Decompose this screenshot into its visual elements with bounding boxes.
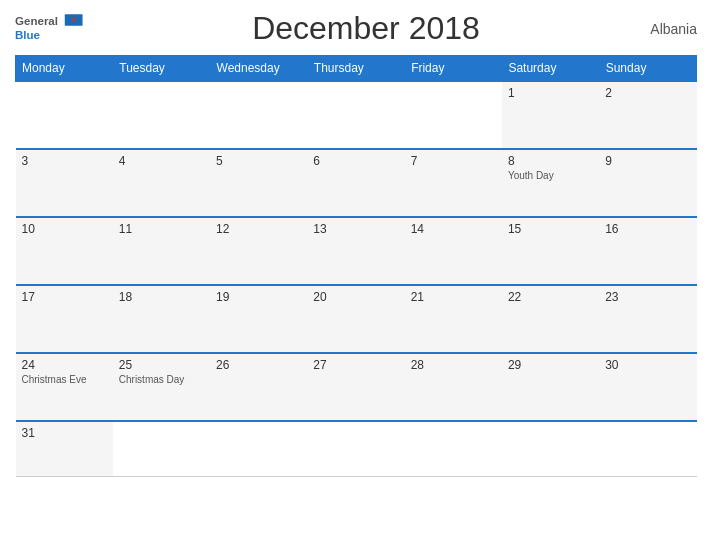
- day-number: 31: [22, 426, 107, 440]
- day-number: 2: [605, 86, 690, 100]
- day-number: 21: [411, 290, 496, 304]
- calendar-day-cell: 12: [210, 217, 307, 285]
- day-number: 3: [22, 154, 107, 168]
- calendar-day-cell: [16, 81, 113, 149]
- day-number: 20: [313, 290, 398, 304]
- header-saturday: Saturday: [502, 56, 599, 82]
- day-number: 10: [22, 222, 107, 236]
- holiday-label: Christmas Eve: [22, 374, 107, 385]
- header-tuesday: Tuesday: [113, 56, 210, 82]
- calendar-day-cell: 8Youth Day: [502, 149, 599, 217]
- day-number: 18: [119, 290, 204, 304]
- calendar-week-row: 10111213141516: [16, 217, 697, 285]
- calendar-day-cell: [210, 421, 307, 476]
- calendar-header: General Blue December 2018 Albania: [15, 10, 697, 47]
- calendar-day-cell: [307, 421, 404, 476]
- header-wednesday: Wednesday: [210, 56, 307, 82]
- calendar-day-cell: [210, 81, 307, 149]
- day-number: 29: [508, 358, 593, 372]
- calendar-week-row: 345678Youth Day9: [16, 149, 697, 217]
- calendar-day-cell: 22: [502, 285, 599, 353]
- calendar-day-cell: [599, 421, 696, 476]
- calendar-day-cell: [405, 81, 502, 149]
- svg-text:Blue: Blue: [15, 29, 41, 41]
- calendar-day-cell: [113, 81, 210, 149]
- day-number: 14: [411, 222, 496, 236]
- calendar-day-cell: 13: [307, 217, 404, 285]
- day-number: 16: [605, 222, 690, 236]
- calendar-day-cell: [113, 421, 210, 476]
- header-friday: Friday: [405, 56, 502, 82]
- day-number: 30: [605, 358, 690, 372]
- header-thursday: Thursday: [307, 56, 404, 82]
- calendar-day-cell: 4: [113, 149, 210, 217]
- day-number: 25: [119, 358, 204, 372]
- calendar-day-cell: 24Christmas Eve: [16, 353, 113, 421]
- day-number: 17: [22, 290, 107, 304]
- svg-text:General: General: [15, 15, 58, 27]
- month-title: December 2018: [95, 10, 637, 47]
- holiday-label: Youth Day: [508, 170, 593, 181]
- holiday-label: Christmas Day: [119, 374, 204, 385]
- weekday-header-row: Monday Tuesday Wednesday Thursday Friday…: [16, 56, 697, 82]
- calendar-day-cell: 26: [210, 353, 307, 421]
- header-sunday: Sunday: [599, 56, 696, 82]
- calendar-container: General Blue December 2018 Albania Monda…: [0, 0, 712, 550]
- day-number: 13: [313, 222, 398, 236]
- calendar-day-cell: 3: [16, 149, 113, 217]
- header-monday: Monday: [16, 56, 113, 82]
- day-number: 5: [216, 154, 301, 168]
- calendar-day-cell: 31: [16, 421, 113, 476]
- day-number: 23: [605, 290, 690, 304]
- calendar-day-cell: 19: [210, 285, 307, 353]
- calendar-day-cell: 17: [16, 285, 113, 353]
- calendar-day-cell: 5: [210, 149, 307, 217]
- calendar-day-cell: 29: [502, 353, 599, 421]
- calendar-day-cell: 14: [405, 217, 502, 285]
- day-number: 28: [411, 358, 496, 372]
- calendar-day-cell: 16: [599, 217, 696, 285]
- day-number: 19: [216, 290, 301, 304]
- calendar-day-cell: [405, 421, 502, 476]
- calendar-week-row: 24Christmas Eve25Christmas Day2627282930: [16, 353, 697, 421]
- day-number: 22: [508, 290, 593, 304]
- day-number: 4: [119, 154, 204, 168]
- calendar-day-cell: 27: [307, 353, 404, 421]
- day-number: 24: [22, 358, 107, 372]
- logo: General Blue: [15, 11, 95, 46]
- calendar-day-cell: 6: [307, 149, 404, 217]
- calendar-day-cell: 20: [307, 285, 404, 353]
- calendar-day-cell: 18: [113, 285, 210, 353]
- calendar-day-cell: 11: [113, 217, 210, 285]
- day-number: 1: [508, 86, 593, 100]
- calendar-day-cell: 30: [599, 353, 696, 421]
- country-label: Albania: [637, 21, 697, 37]
- calendar-day-cell: [307, 81, 404, 149]
- calendar-day-cell: 9: [599, 149, 696, 217]
- calendar-day-cell: 1: [502, 81, 599, 149]
- calendar-week-row: 31: [16, 421, 697, 476]
- day-number: 8: [508, 154, 593, 168]
- calendar-day-cell: 2: [599, 81, 696, 149]
- calendar-week-row: 17181920212223: [16, 285, 697, 353]
- calendar-day-cell: 15: [502, 217, 599, 285]
- day-number: 9: [605, 154, 690, 168]
- calendar-day-cell: 23: [599, 285, 696, 353]
- calendar-day-cell: 7: [405, 149, 502, 217]
- day-number: 7: [411, 154, 496, 168]
- calendar-day-cell: 25Christmas Day: [113, 353, 210, 421]
- calendar-day-cell: 21: [405, 285, 502, 353]
- day-number: 26: [216, 358, 301, 372]
- day-number: 11: [119, 222, 204, 236]
- calendar-day-cell: 10: [16, 217, 113, 285]
- day-number: 12: [216, 222, 301, 236]
- calendar-week-row: 12: [16, 81, 697, 149]
- calendar-day-cell: 28: [405, 353, 502, 421]
- calendar-table: Monday Tuesday Wednesday Thursday Friday…: [15, 55, 697, 477]
- calendar-day-cell: [502, 421, 599, 476]
- day-number: 15: [508, 222, 593, 236]
- day-number: 6: [313, 154, 398, 168]
- day-number: 27: [313, 358, 398, 372]
